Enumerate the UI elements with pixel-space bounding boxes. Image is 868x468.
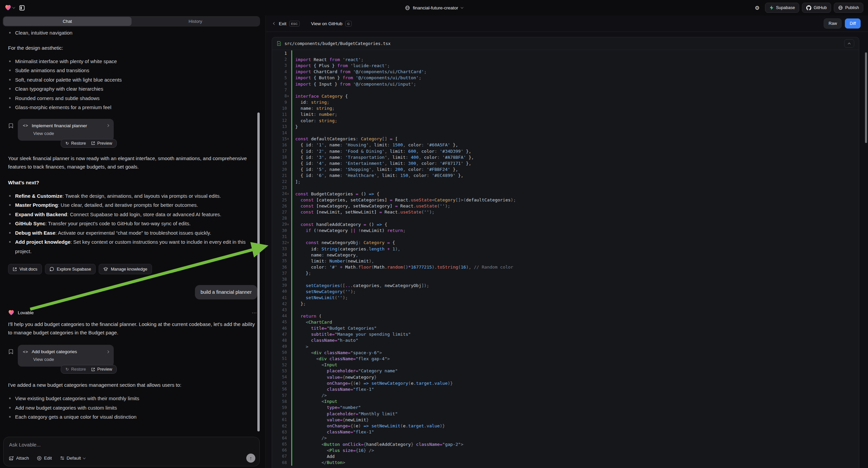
chat-message-list[interactable]: Clean, intuitive navigation For the desi… (0, 26, 266, 436)
settings-button[interactable]: ⚙ (752, 3, 762, 13)
code-text: > (292, 344, 308, 349)
code-line: 9 id: string; (272, 99, 859, 106)
chat-scrollbar[interactable] (257, 113, 260, 431)
fold-chevron-icon[interactable]: ∨ (287, 193, 290, 195)
restore-icon: ↻ (65, 141, 69, 146)
code-line: 59 type="number" (272, 405, 859, 411)
code-line: 8∨interface Category { (272, 93, 859, 99)
fold-chevron-icon[interactable]: ∨ (287, 137, 290, 140)
code-editor[interactable]: 12import React from 'react';3import { Pl… (272, 50, 859, 468)
explore-supabase-button[interactable]: Explore Supabase (45, 264, 96, 274)
code-text: } (292, 124, 298, 129)
design-heading: For the design aesthetic: (8, 43, 257, 52)
fold-chevron-icon[interactable]: ∨ (287, 223, 290, 226)
line-number: 30 (272, 228, 291, 233)
line-number: 2 (272, 57, 291, 62)
suggested-actions: Visit docs Explore Supabase Manage knowl… (8, 264, 257, 274)
tab-chat[interactable]: Chat (3, 17, 131, 26)
line-number: 37 (272, 271, 291, 275)
send-button[interactable]: ↑ (246, 454, 255, 463)
tab-history[interactable]: History (131, 17, 260, 26)
attach-button[interactable]: Attach (9, 456, 29, 461)
line-number: 49 (272, 344, 291, 349)
preview-button[interactable]: Preview (91, 141, 112, 146)
code-text: limit: number; (292, 112, 337, 117)
line-number: 29∨ (272, 222, 291, 227)
list-item: Debug with Ease: Activate our experiment… (8, 228, 257, 238)
line-number: 12 (272, 118, 291, 123)
bookmark-icon[interactable] (8, 123, 14, 128)
code-line: 32∨ const newCategoryObj: Category = { (272, 240, 859, 246)
file-header[interactable]: src/components/budget/BudgetCategories.t… (272, 37, 859, 50)
line-number: 21 (272, 173, 291, 178)
fold-chevron-icon[interactable]: ∨ (287, 95, 290, 98)
line-number: 60 (272, 411, 291, 416)
github-button[interactable]: GitHub (802, 3, 831, 13)
publish-button[interactable]: Publish (834, 3, 863, 13)
line-number: 16 (272, 143, 291, 147)
exit-button[interactable]: Exit ESC (279, 21, 300, 27)
project-switcher[interactable]: financial-future-creator (0, 0, 868, 16)
target-icon (37, 456, 41, 461)
line-number: 43 (272, 308, 291, 312)
message-menu-button[interactable]: ⋯ (252, 310, 257, 316)
code-line: 19 { id: '4', name: 'Entertainment', lim… (272, 160, 859, 166)
restore-button[interactable]: ↻Restore (65, 367, 86, 372)
code-text: <div className="space-y-6"> (292, 350, 382, 355)
code-text: value={newLimit} (292, 417, 369, 422)
code-line: 63 className="flex-1" (272, 429, 859, 435)
supabase-button[interactable]: Supabase (765, 3, 799, 13)
line-number: 25 (272, 198, 291, 202)
code-text: if (!newCategory || !newLimit) return; (292, 228, 406, 233)
restore-icon: ↻ (65, 367, 69, 372)
code-line: 46 title="Budget Categories" (272, 325, 859, 331)
bookmark-icon[interactable] (8, 349, 14, 354)
view-code-link[interactable]: View code (33, 131, 109, 136)
edit-button[interactable]: Edit (37, 456, 52, 461)
line-number: 63 (272, 430, 291, 434)
line-number: 59 (272, 405, 291, 410)
view-code-link[interactable]: View code (33, 357, 109, 362)
diff-toggle-button[interactable]: Diff (845, 19, 861, 29)
visit-docs-button[interactable]: Visit docs (8, 264, 42, 274)
code-text: subtitle="Manage your spending limits" (292, 332, 411, 337)
code-line: 61 value={newLimit} (272, 417, 859, 423)
code-text: onChange={(e) => setNewLimit(e.target.va… (292, 423, 445, 429)
line-number: 55 (272, 381, 291, 385)
chat-input[interactable] (9, 442, 181, 447)
version-card-implement-financial-planner[interactable]: <> Implement financial planner View code… (18, 119, 114, 141)
diff-added-bar (291, 87, 292, 93)
code-line: 66 <Plus size={16} /> (272, 447, 859, 453)
code-text: </Button> (292, 460, 345, 465)
line-number: 47 (272, 332, 291, 337)
code-text: color: '#' + Math.floor(Math.random()*16… (292, 265, 513, 270)
line-number: 33 (272, 246, 291, 251)
line-number: 53 (272, 369, 291, 373)
code-line: 47 subtitle="Manage your spending limits… (272, 331, 859, 338)
restore-button[interactable]: ↻Restore (65, 141, 86, 146)
manage-knowledge-button[interactable]: Manage knowledge (99, 264, 152, 274)
version-card-add-budget-categories[interactable]: <> Add budget categories View code ↻Rest… (18, 345, 114, 367)
code-line: 44 return ( (272, 313, 859, 319)
whats-next-heading: What's next? (8, 178, 257, 187)
preview-button[interactable]: Preview (91, 367, 112, 372)
fold-chevron-icon[interactable]: ∨ (287, 241, 290, 244)
code-line: 57 /> (272, 392, 859, 399)
line-number: 22 (272, 179, 291, 184)
code-scrollbar[interactable] (865, 52, 867, 143)
code-line: 33 id: String(categories.length + 1), (272, 246, 859, 252)
code-line: 24∨const BudgetCategories = () => { (272, 191, 859, 197)
g-kbd-badge: G (345, 21, 352, 27)
code-line: 4import ChartCard from '@/components/ui/… (272, 69, 859, 75)
line-number: 6 (272, 82, 291, 86)
code-text: { id: '3', name: 'Transportation', limit… (292, 155, 474, 160)
mode-select[interactable]: Default (60, 456, 86, 461)
code-line: 56 className="flex-1" (272, 386, 859, 392)
line-number: 56 (272, 387, 291, 391)
line-number: 19 (272, 161, 291, 166)
code-text: return ( (292, 314, 321, 319)
raw-toggle-button[interactable]: Raw (824, 19, 841, 29)
view-on-github-button[interactable]: View on GitHub G (311, 21, 352, 27)
collapse-file-button[interactable] (844, 39, 854, 48)
code-text: color: string; (292, 118, 337, 123)
